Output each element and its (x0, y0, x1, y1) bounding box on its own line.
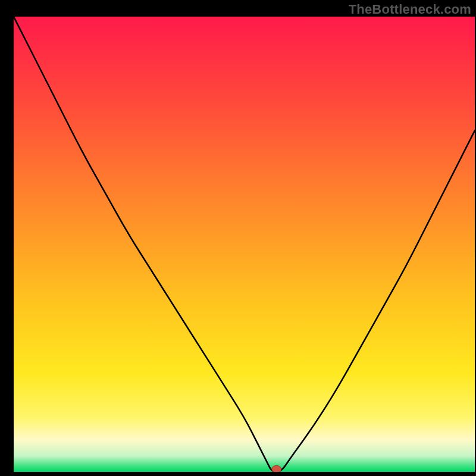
bottleneck-chart (14, 17, 475, 472)
optimal-point-marker (272, 465, 281, 472)
chart-container (14, 17, 475, 472)
gradient-background (14, 17, 475, 472)
watermark-text: TheBottleneck.com (349, 2, 471, 17)
